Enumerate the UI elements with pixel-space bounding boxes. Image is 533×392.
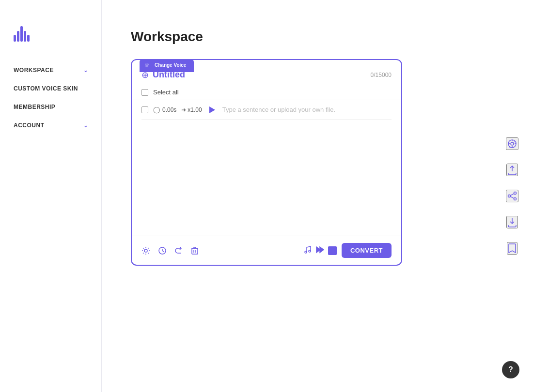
settings-button[interactable]	[141, 246, 150, 255]
svg-point-7	[309, 250, 311, 252]
text-input-placeholder[interactable]: Type a sentence or upload your own file.	[222, 104, 392, 115]
card-toolbar: CONVERT	[132, 236, 401, 265]
sidebar-item-membership[interactable]: MEMBERSHIP	[0, 98, 101, 116]
select-all-checkbox[interactable]	[141, 89, 148, 96]
track-play-button[interactable]	[207, 105, 218, 115]
right-actions	[506, 137, 518, 255]
sidebar-item-account[interactable]: ACCOUNT ⌄	[0, 116, 101, 135]
convert-button[interactable]: CONVERT	[342, 243, 392, 258]
history-button[interactable]	[158, 246, 167, 255]
sidebar-item-custom-voice-skin[interactable]: CUSTOM VOICE SKIN	[0, 79, 101, 98]
svg-line-16	[510, 196, 514, 198]
logo-bar	[24, 31, 26, 42]
bookmark-icon[interactable]	[507, 242, 517, 255]
logo-area	[0, 15, 101, 56]
svg-point-1	[144, 249, 147, 252]
delete-button[interactable]	[191, 246, 199, 255]
upload-icon[interactable]	[506, 164, 518, 176]
play-controls	[304, 245, 337, 256]
char-count: 0/15000	[371, 72, 392, 78]
chevron-down-icon: ⌄	[83, 122, 88, 129]
svg-point-13	[508, 195, 511, 197]
logo-bar	[17, 31, 19, 42]
workspace-card: ♕ Change Voice ⊕ Untitled 0/15000 Select…	[131, 59, 402, 266]
nav-menu: WORKSPACE ⌄ CUSTOM VOICE SKIN MEMBERSHIP…	[0, 56, 101, 139]
arrow-icon: ➜	[181, 106, 186, 113]
fast-play-button[interactable]	[315, 245, 324, 256]
svg-marker-0	[209, 106, 215, 113]
sidebar-item-label: MEMBERSHIP	[14, 104, 55, 110]
stop-button[interactable]	[328, 246, 337, 255]
chevron-down-icon: ⌄	[83, 67, 88, 74]
select-all-label[interactable]: Select all	[153, 89, 179, 96]
page-title: Workspace	[131, 29, 509, 45]
voice-badge: ♕ Change Voice	[140, 59, 194, 72]
sidebar-item-label: WORKSPACE	[14, 67, 54, 74]
logo-bar	[20, 26, 23, 42]
time-value: 0.00s	[162, 106, 176, 113]
download-icon[interactable]	[506, 216, 518, 228]
speed-area: ➜ x1.00	[181, 106, 202, 113]
logo-bar	[14, 35, 16, 42]
select-all-row: Select all	[132, 85, 401, 100]
toolbar-right: CONVERT	[304, 243, 392, 258]
sidebar-item-workspace[interactable]: WORKSPACE ⌄	[0, 61, 101, 79]
track-row: ◯ 0.00s ➜ x1.00 Type a sentence or uploa…	[132, 100, 401, 119]
redo-button[interactable]	[174, 246, 183, 255]
speed-value: x1.00	[188, 106, 202, 113]
crown-icon: ♕	[144, 62, 150, 69]
change-voice-button[interactable]: Change Voice	[152, 61, 189, 69]
help-button[interactable]: ?	[502, 361, 519, 378]
sidebar-item-label: CUSTOM VOICE SKIN	[14, 85, 78, 92]
track-checkbox[interactable]	[141, 106, 148, 113]
main-content: Workspace ♕ Change Voice ⊕ Untitled 0/15…	[102, 0, 533, 392]
share-icon[interactable]	[506, 190, 518, 202]
track-time: ◯ 0.00s	[153, 106, 176, 113]
svg-point-6	[305, 251, 307, 253]
svg-rect-3	[192, 248, 198, 254]
logo-bar	[27, 35, 30, 42]
svg-line-15	[510, 194, 514, 196]
sidebar-item-label: ACCOUNT	[14, 122, 45, 129]
svg-marker-9	[320, 247, 324, 253]
sidebar: WORKSPACE ⌄ CUSTOM VOICE SKIN MEMBERSHIP…	[0, 0, 102, 392]
voice-settings-icon[interactable]	[506, 137, 518, 150]
card-body	[132, 120, 401, 236]
svg-point-11	[511, 142, 514, 145]
svg-point-12	[514, 192, 517, 195]
app-logo	[14, 24, 88, 42]
svg-point-14	[514, 198, 517, 200]
clock-icon: ◯	[153, 106, 160, 113]
toolbar-left	[141, 246, 199, 255]
music-button[interactable]	[304, 245, 312, 256]
